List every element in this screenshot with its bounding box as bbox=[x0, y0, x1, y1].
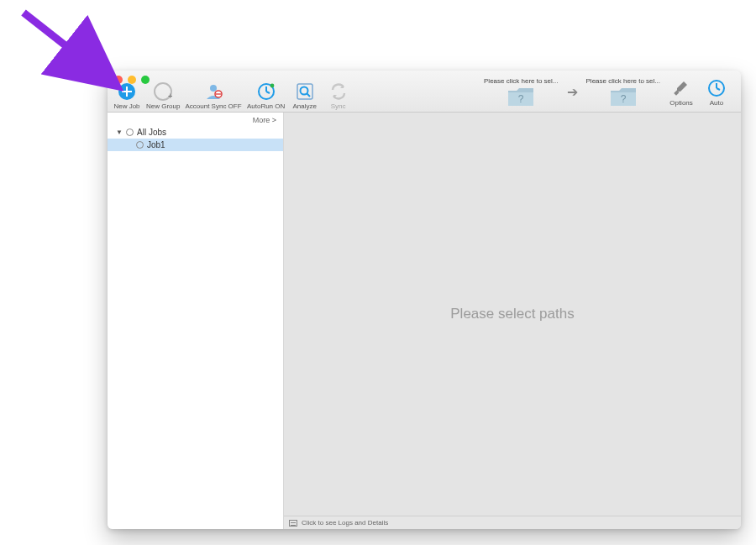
options-button[interactable]: Options bbox=[667, 78, 696, 107]
left-path-selector[interactable]: Please click here to sel... ? bbox=[484, 77, 558, 107]
svg-text:?: ? bbox=[620, 93, 626, 105]
svg-line-11 bbox=[266, 92, 270, 93]
svg-text:+: + bbox=[168, 92, 172, 101]
status-bar[interactable]: Click to see Logs and Details bbox=[284, 516, 741, 529]
svg-line-21 bbox=[717, 88, 720, 90]
minimize-window-button[interactable] bbox=[128, 76, 136, 84]
right-path-hint: Please click here to sel... bbox=[586, 77, 660, 85]
main-panel: Please select paths Click to see Logs an… bbox=[284, 113, 741, 529]
app-window: New Job + New Group bbox=[108, 71, 741, 529]
magnifier-icon bbox=[296, 81, 314, 102]
clock-run-icon bbox=[257, 81, 276, 102]
path-selector-area: Please click here to sel... ? ➔ Please c… bbox=[484, 74, 731, 110]
sidebar-item-job1[interactable]: Job1 bbox=[108, 139, 283, 151]
right-path-selector[interactable]: Please click here to sel... ? bbox=[586, 77, 660, 107]
svg-rect-8 bbox=[216, 93, 221, 94]
analyze-button[interactable]: Analyze bbox=[291, 81, 319, 110]
new-job-button[interactable]: New Job bbox=[113, 81, 141, 110]
svg-line-0 bbox=[24, 13, 106, 77]
sync-arrows-icon bbox=[329, 81, 348, 102]
close-window-button[interactable] bbox=[114, 76, 123, 84]
window-controls bbox=[114, 76, 150, 84]
new-group-label: New Group bbox=[146, 102, 180, 110]
wrench-icon bbox=[672, 78, 690, 98]
main-center: Please select paths bbox=[284, 113, 741, 516]
body-area: More > ▼ All Jobs Job1 Please select pat… bbox=[108, 113, 741, 529]
auto-label: Auto bbox=[710, 99, 723, 107]
fullscreen-window-button[interactable] bbox=[141, 76, 150, 84]
svg-point-6 bbox=[210, 85, 217, 92]
plus-circle-icon bbox=[118, 81, 136, 102]
left-path-hint: Please click here to sel... bbox=[484, 77, 558, 85]
status-bar-text: Click to see Logs and Details bbox=[302, 519, 388, 527]
status-ring-icon bbox=[136, 141, 144, 149]
svg-line-15 bbox=[307, 93, 310, 97]
toolbar: New Job + New Group bbox=[108, 71, 741, 113]
svg-text:?: ? bbox=[518, 93, 524, 105]
account-sync-label: Account Sync OFF bbox=[185, 102, 241, 110]
sidebar-root-all-jobs[interactable]: ▼ All Jobs bbox=[108, 126, 283, 139]
status-ring-icon bbox=[126, 128, 134, 136]
list-icon bbox=[289, 520, 297, 527]
clock-icon bbox=[707, 78, 726, 98]
options-label: Options bbox=[669, 99, 693, 107]
sync-button[interactable]: Sync bbox=[324, 81, 353, 110]
disclosure-triangle-icon[interactable]: ▼ bbox=[116, 128, 123, 136]
sidebar-root-label: All Jobs bbox=[137, 128, 166, 137]
folder-question-icon: ? bbox=[507, 86, 535, 107]
autorun-button[interactable]: AutoRun ON bbox=[247, 81, 286, 110]
svg-rect-3 bbox=[122, 91, 132, 92]
sidebar: More > ▼ All Jobs Job1 bbox=[108, 113, 284, 529]
analyze-label: Analyze bbox=[292, 102, 316, 110]
sync-label: Sync bbox=[331, 102, 346, 110]
sidebar-more-link[interactable]: More > bbox=[108, 113, 283, 126]
svg-point-12 bbox=[270, 84, 274, 88]
folder-question-icon: ? bbox=[609, 86, 638, 107]
sidebar-item-label: Job1 bbox=[147, 140, 165, 149]
autorun-label: AutoRun ON bbox=[247, 102, 285, 110]
auto-button[interactable]: Auto bbox=[702, 78, 731, 107]
group-plus-icon: + bbox=[154, 81, 172, 102]
new-job-label: New Job bbox=[113, 102, 139, 110]
placeholder-text: Please select paths bbox=[450, 306, 574, 322]
arrow-right-icon: ➔ bbox=[565, 84, 580, 100]
account-sync-button[interactable]: Account Sync OFF bbox=[185, 81, 241, 110]
user-sync-icon bbox=[204, 81, 223, 102]
new-group-button[interactable]: + New Group bbox=[146, 81, 180, 110]
